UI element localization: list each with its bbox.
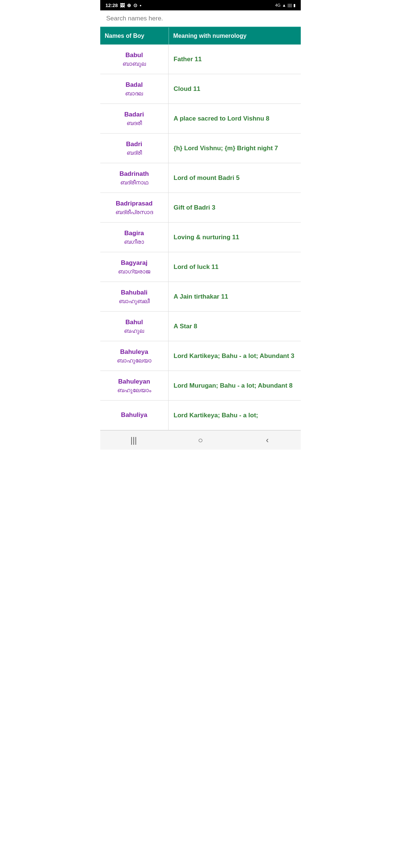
table-row[interactable]: Badrinathബദ്രീനാഥLord of mount Badri 5 bbox=[100, 163, 301, 193]
table-row[interactable]: BadalബാദലCloud 11 bbox=[100, 74, 301, 104]
cast-icon: ⊕ bbox=[127, 3, 131, 8]
name-cell: Bahuleyaബാഹുലേയാ bbox=[100, 341, 169, 371]
meaning-cell: Father 11 bbox=[169, 45, 301, 74]
table-row[interactable]: BabulബാബുലFather 11 bbox=[100, 45, 301, 74]
local-name: ബാദല bbox=[125, 90, 143, 97]
local-name: ബാഗ്യരാജ bbox=[118, 268, 150, 275]
signal-strength: |||| bbox=[288, 3, 292, 7]
image-icon: 🖼 bbox=[120, 3, 125, 8]
header-names-col: Names of Boy bbox=[100, 27, 169, 45]
meaning-cell: A Jain tirthakar 11 bbox=[169, 282, 301, 311]
search-bar[interactable] bbox=[100, 10, 301, 27]
name-cell: Bagyarajബാഗ്യരാജ bbox=[100, 252, 169, 282]
table-row[interactable]: Badriprasadബദ്രീപ്രസാദGift of Badri 3 bbox=[100, 193, 301, 223]
meaning-cell: Gift of Badri 3 bbox=[169, 193, 301, 222]
meaning-cell: {h} Lord Vishnu; {m} Bright night 7 bbox=[169, 134, 301, 163]
name-cell: Bahubaliബാഹുബലീ bbox=[100, 282, 169, 311]
local-name: ബഹുലേയാം bbox=[117, 387, 151, 394]
back-button[interactable]: ‹ bbox=[256, 434, 278, 447]
english-name: Bahubali bbox=[121, 289, 147, 297]
table-row[interactable]: BahuliyaLord Kartikeya; Bahu - a lot; bbox=[100, 401, 301, 430]
names-table: BabulബാബുലFather 11BadalബാദലCloud 11Bada… bbox=[100, 45, 301, 430]
table-row[interactable]: Bagyarajബാഗ്യരാജLord of luck 11 bbox=[100, 252, 301, 282]
english-name: Badrinath bbox=[120, 170, 149, 178]
name-cell: Bahulബഹുല bbox=[100, 312, 169, 341]
meaning-cell: Lord Murugan; Bahu - a lot; Abundant 8 bbox=[169, 371, 301, 400]
meaning-cell: A Star 8 bbox=[169, 312, 301, 341]
local-name: ബദ്രീനാഥ bbox=[120, 179, 148, 186]
local-name: ബഗീരാ bbox=[124, 238, 144, 246]
english-name: Bahul bbox=[125, 318, 143, 326]
meaning-cell: Lord of luck 11 bbox=[169, 252, 301, 282]
header-names-bold: Boy bbox=[133, 33, 144, 39]
table-row[interactable]: BahuleyaബാഹുലേയാLord Kartikeya; Bahu - a… bbox=[100, 341, 301, 371]
table-row[interactable]: BahuleyanബഹുലേയാംLord Murugan; Bahu - a … bbox=[100, 371, 301, 401]
english-name: Bagyaraj bbox=[121, 259, 147, 267]
table-row[interactable]: BahulബഹുലA Star 8 bbox=[100, 312, 301, 341]
header-meaning-col: Meaning with numerology bbox=[169, 27, 301, 45]
table-row[interactable]: Badriബദ്രീ{h} Lord Vishnu; {m} Bright ni… bbox=[100, 134, 301, 163]
home-icon: ○ bbox=[198, 435, 203, 445]
english-name: Badri bbox=[126, 140, 142, 148]
english-name: Bahuleya bbox=[120, 348, 149, 356]
meaning-cell: A place sacred to Lord Vishnu 8 bbox=[169, 104, 301, 133]
status-time: 12:28 🖼 ⊕ ⊙ • bbox=[105, 3, 141, 8]
local-name: ബാബുല bbox=[123, 60, 146, 68]
name-cell: Babulബാബുല bbox=[100, 45, 169, 74]
bottom-navigation: ||| ○ ‹ bbox=[100, 430, 301, 450]
local-name: ബാഹുബലീ bbox=[119, 297, 150, 305]
local-name: ബാഹുലേയാ bbox=[117, 357, 151, 364]
table-row[interactable]: BagiraബഗീരാLoving & nurturing 11 bbox=[100, 223, 301, 252]
name-cell: Badariബദരീ bbox=[100, 104, 169, 133]
local-name: ബഹുല bbox=[124, 327, 144, 335]
name-cell: Bagiraബഗീരാ bbox=[100, 223, 169, 252]
name-cell: Bahuleyanബഹുലേയാം bbox=[100, 371, 169, 400]
meaning-cell: Lord Kartikeya; Bahu - a lot; bbox=[169, 401, 301, 430]
meaning-cell: Loving & nurturing 11 bbox=[169, 223, 301, 252]
network-type: 4G bbox=[275, 3, 281, 7]
local-name: ബദ്രീപ്രസാദ bbox=[115, 208, 153, 216]
local-name: ബദരീ bbox=[127, 119, 142, 127]
english-name: Bagira bbox=[124, 229, 144, 237]
search-input[interactable] bbox=[106, 15, 295, 22]
english-name: Badriprasad bbox=[116, 200, 153, 208]
dot-indicator: • bbox=[140, 3, 141, 8]
table-row[interactable]: BadariബദരീA place sacred to Lord Vishnu … bbox=[100, 104, 301, 134]
name-cell: Badrinathബദ്രീനാഥ bbox=[100, 163, 169, 193]
menu-button[interactable]: ||| bbox=[123, 434, 145, 447]
english-name: Babul bbox=[125, 51, 143, 59]
local-name: ബദ്രീ bbox=[127, 149, 142, 157]
meaning-cell: Lord Kartikeya; Bahu - a lot; Abundant 3 bbox=[169, 341, 301, 371]
meaning-cell: Lord of mount Badri 5 bbox=[169, 163, 301, 193]
header-meaning-text: Meaning with numerology bbox=[173, 33, 247, 39]
table-row[interactable]: BahubaliബാഹുബലീA Jain tirthakar 11 bbox=[100, 282, 301, 312]
browser-icon: ⊙ bbox=[133, 3, 137, 8]
meaning-cell: Cloud 11 bbox=[169, 74, 301, 103]
name-cell: Badalബാദല bbox=[100, 74, 169, 103]
home-button[interactable]: ○ bbox=[189, 434, 212, 447]
name-cell: Bahuliya bbox=[100, 401, 169, 430]
time-display: 12:28 bbox=[105, 3, 118, 8]
battery-icon: ▮ bbox=[293, 3, 296, 8]
english-name: Bahuleyan bbox=[118, 378, 150, 386]
header-names-prefix: Names of bbox=[105, 33, 133, 39]
name-cell: Badriബദ്രീ bbox=[100, 134, 169, 163]
signal-icon: ▲ bbox=[282, 3, 286, 7]
english-name: Badal bbox=[125, 81, 143, 89]
table-header: Names of Boy Meaning with numerology bbox=[100, 27, 301, 45]
english-name: Bahuliya bbox=[121, 411, 147, 419]
status-right: 4G ▲ |||| ▮ bbox=[275, 3, 296, 8]
name-cell: Badriprasadബദ്രീപ്രസാദ bbox=[100, 193, 169, 222]
menu-icon: ||| bbox=[130, 435, 137, 445]
status-bar: 12:28 🖼 ⊕ ⊙ • 4G ▲ |||| ▮ bbox=[100, 0, 301, 10]
back-icon: ‹ bbox=[266, 435, 268, 445]
english-name: Badari bbox=[124, 111, 144, 119]
